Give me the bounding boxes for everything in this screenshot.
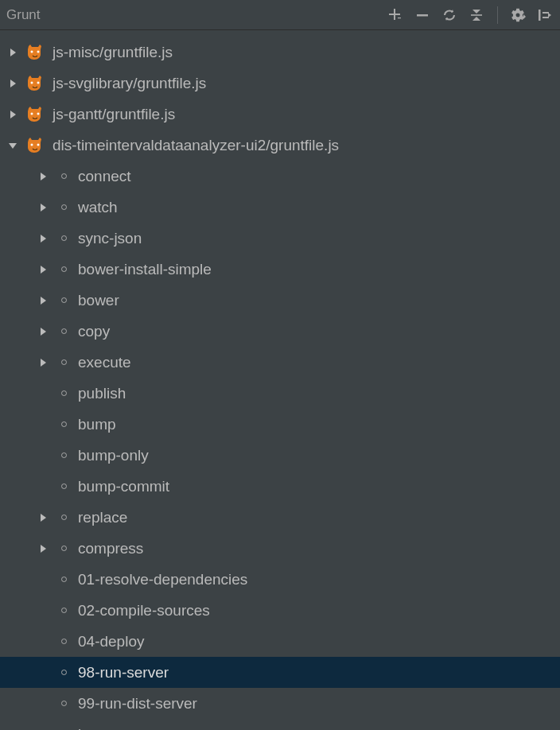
svg-point-7 <box>31 112 33 115</box>
task-label: bump-commit <box>78 478 169 495</box>
gruntfile-label: js-misc/gruntfile.js <box>52 44 173 61</box>
task-label: bower-install-simple <box>78 261 212 278</box>
task-label: 98-run-server <box>78 664 169 681</box>
task-item[interactable]: log <box>0 719 560 730</box>
task-bullet-icon <box>56 546 72 551</box>
task-label: 02-compile-sources <box>78 602 210 619</box>
svg-point-8 <box>37 112 40 115</box>
collapse-all-icon[interactable] <box>469 7 484 23</box>
svg-rect-2 <box>539 10 541 21</box>
gruntfile-label: js-gantt/gruntfile.js <box>52 106 175 123</box>
expand-arrow-icon[interactable] <box>35 355 51 371</box>
hide-icon[interactable] <box>538 7 554 23</box>
task-label: bump-only <box>78 447 149 464</box>
task-item[interactable]: connect <box>0 161 560 192</box>
task-label: watch <box>78 199 118 216</box>
expand-arrow-icon[interactable] <box>35 231 51 247</box>
refresh-icon[interactable] <box>441 7 457 23</box>
toolbar-actions <box>387 6 554 24</box>
svg-point-4 <box>37 50 40 52</box>
task-bullet-icon <box>56 514 72 520</box>
gruntfile-item[interactable]: dis-timeintervaldataanalyzer-ui2/gruntfi… <box>0 130 560 161</box>
task-item[interactable]: 99-run-dist-server <box>0 688 560 719</box>
task-item[interactable]: bower <box>0 285 560 316</box>
task-item[interactable]: copy <box>0 316 560 347</box>
task-item[interactable]: publish <box>0 378 560 409</box>
task-label: execute <box>78 354 131 371</box>
expand-arrow-icon[interactable] <box>35 324 51 340</box>
task-item[interactable]: compress <box>0 533 560 564</box>
gruntfile-item[interactable]: js-gantt/gruntfile.js <box>0 99 560 130</box>
grunt-logo-icon <box>25 105 45 124</box>
task-bullet-icon <box>56 670 72 675</box>
task-bullet-icon <box>56 483 72 489</box>
task-label: publish <box>78 385 126 402</box>
svg-rect-1 <box>471 14 482 16</box>
grunt-logo-icon <box>25 43 45 62</box>
svg-rect-0 <box>417 14 428 17</box>
task-bullet-icon <box>56 421 72 427</box>
svg-point-10 <box>37 143 40 146</box>
gruntfile-label: js-svglibrary/gruntfile.js <box>52 75 206 92</box>
gruntfile-item[interactable]: js-svglibrary/gruntfile.js <box>0 68 560 99</box>
task-label: replace <box>78 509 127 526</box>
gruntfile-label: dis-timeintervaldataanalyzer-ui2/gruntfi… <box>52 137 339 154</box>
expand-arrow-icon[interactable] <box>5 107 21 122</box>
toolbar-separator <box>497 6 498 24</box>
task-label: bump <box>78 416 116 433</box>
task-label: sync-json <box>78 230 142 247</box>
task-label: compress <box>78 540 143 557</box>
task-item[interactable]: 98-run-server <box>0 657 560 688</box>
gruntfile-item[interactable]: js-misc/gruntfile.js <box>0 37 560 68</box>
grunt-logo-icon <box>25 136 45 155</box>
svg-point-3 <box>31 50 33 52</box>
svg-point-6 <box>37 81 40 83</box>
task-item[interactable]: 01-resolve-dependencies <box>0 564 560 595</box>
task-bullet-icon <box>56 173 72 179</box>
settings-icon[interactable] <box>511 7 527 23</box>
expand-arrow-icon[interactable] <box>35 293 51 309</box>
expand-arrow-icon[interactable] <box>35 169 51 184</box>
expand-arrow-icon[interactable] <box>35 262 51 278</box>
task-bullet-icon <box>56 452 72 458</box>
task-item[interactable]: watch <box>0 192 560 223</box>
task-bullet-icon <box>56 266 72 272</box>
expand-arrow-icon[interactable] <box>5 76 21 91</box>
task-label: copy <box>78 323 110 340</box>
task-bullet-icon <box>56 639 72 644</box>
task-item[interactable]: bump-commit <box>0 471 560 502</box>
panel-title: Grunt <box>6 7 387 23</box>
task-bullet-icon <box>56 359 72 365</box>
task-item[interactable]: bump <box>0 409 560 440</box>
grunt-logo-icon <box>25 74 45 93</box>
task-bullet-icon <box>56 577 72 582</box>
expand-arrow-icon[interactable] <box>35 541 51 557</box>
task-bullet-icon <box>56 701 72 706</box>
expand-arrow-icon[interactable] <box>35 510 51 526</box>
add-icon[interactable] <box>387 7 403 23</box>
task-label: 01-resolve-dependencies <box>78 571 247 588</box>
remove-icon[interactable] <box>414 7 430 23</box>
task-bullet-icon <box>56 297 72 303</box>
collapse-arrow-icon[interactable] <box>5 138 21 153</box>
task-item[interactable]: execute <box>0 347 560 378</box>
task-bullet-icon <box>56 235 72 241</box>
task-item[interactable]: bower-install-simple <box>0 254 560 285</box>
svg-point-9 <box>31 143 33 146</box>
task-item[interactable]: 02-compile-sources <box>0 595 560 626</box>
expand-arrow-icon[interactable] <box>5 45 21 60</box>
task-bullet-icon <box>56 328 72 334</box>
task-item[interactable]: bump-only <box>0 440 560 471</box>
task-bullet-icon <box>56 390 72 396</box>
task-bullet-icon <box>56 204 72 210</box>
task-bullet-icon <box>56 608 72 613</box>
task-label: 99-run-dist-server <box>78 695 197 713</box>
task-label: log <box>78 726 98 731</box>
task-item[interactable]: replace <box>0 502 560 533</box>
expand-arrow-icon[interactable] <box>35 200 51 216</box>
task-label: connect <box>78 168 131 185</box>
task-label: bower <box>78 292 119 309</box>
task-item[interactable]: 04-deploy <box>0 626 560 657</box>
toolbar: Grunt <box>0 0 560 30</box>
task-item[interactable]: sync-json <box>0 223 560 254</box>
